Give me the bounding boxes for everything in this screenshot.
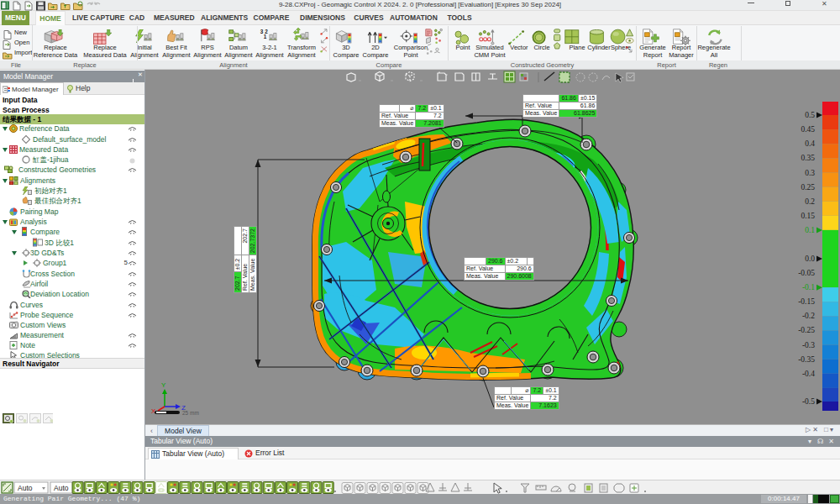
svg-text:0.35: 0.35	[801, 154, 815, 162]
svg-text:Y: Y	[161, 381, 166, 389]
svg-text:-0.3: -0.3	[802, 341, 815, 349]
svg-text:1: 1	[264, 34, 267, 39]
svg-text:0.5: 0.5	[805, 111, 815, 119]
svg-text:0.1: 0.1	[805, 226, 815, 234]
svg-text:0.0: 0.0	[805, 255, 815, 263]
svg-text:-0.4: -0.4	[802, 370, 815, 378]
svg-text:-0.05: -0.05	[798, 269, 815, 277]
svg-text:Auto: Auto	[18, 484, 33, 492]
svg-text:0.45: 0.45	[801, 125, 815, 134]
svg-text:0.25: 0.25	[801, 183, 815, 192]
svg-text:-0.5: -0.5	[802, 397, 815, 406]
svg-text:0.15: 0.15	[801, 212, 815, 220]
svg-text:-0.35: -0.35	[798, 355, 815, 364]
svg-text:0.2: 0.2	[805, 197, 815, 206]
svg-text:-0.1: -0.1	[802, 283, 815, 291]
svg-text:Auto: Auto	[54, 484, 69, 492]
svg-text:0.3: 0.3	[805, 169, 815, 177]
svg-text:25 mm: 25 mm	[182, 410, 199, 416]
svg-text:-0.15: -0.15	[798, 297, 815, 306]
svg-text:0.4: 0.4	[805, 139, 815, 148]
svg-text:-0.2: -0.2	[802, 312, 815, 320]
svg-text:-0.25: -0.25	[798, 326, 815, 334]
